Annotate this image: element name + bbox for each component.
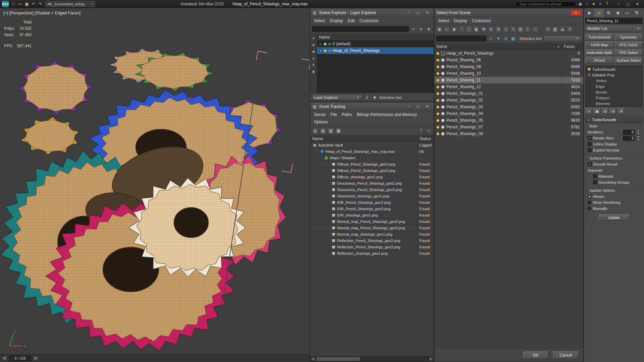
asset-row[interactable]: Reflection_shavings_geo1.pngFound [310,250,434,257]
visibility-bulb-icon[interactable] [436,59,439,62]
select-object-icon[interactable]: ◉ [436,26,443,33]
refresh-icon[interactable]: ↻ [425,127,432,134]
clear-search-icon[interactable]: ✕ [487,35,494,42]
visibility-bulb-icon[interactable] [436,79,439,82]
stack-item-editable-poly[interactable]: ⊟ Editable Poly [586,72,642,78]
asset-horizontal-scrollbar[interactable]: ◀ ▶ [310,356,434,362]
stack-subobject-polygon[interactable]: Polygon [586,95,642,101]
stack-subobject-border[interactable]: Border [586,89,642,95]
layer-row[interactable]: ▸≣Heap_of_Pencil_Shavings [317,47,434,54]
display-geometry-icon[interactable]: ■ [311,42,316,47]
modifier-enable-bulb-icon[interactable] [588,68,591,71]
asset-row[interactable]: Normal_map_Pencil_Shavings_geo2.pngFound [310,219,434,225]
visibility-bulb-icon[interactable] [436,112,439,115]
exchange-icon[interactable]: ✕ [597,1,604,7]
menu-paths[interactable]: Paths [339,111,355,118]
scene-object-row[interactable]: Pencil_Shaving_096696 [434,63,583,70]
menu-customize[interactable]: Customize [470,17,493,24]
asset-row[interactable]: IOR_Pencil_Shavings_geo2.pngFound [310,199,434,206]
visibility-bulb-icon[interactable] [436,119,439,122]
pin-stack-icon[interactable]: ≡ [585,108,593,115]
grid-icon[interactable]: ▦ [510,35,517,42]
spinner-down-icon[interactable]: ▼ [636,138,640,141]
previous-frame-button[interactable]: ◀ [1,356,7,361]
visibility-bulb-icon[interactable] [324,43,327,46]
undo-icon[interactable]: ↶ [30,1,37,7]
visibility-bulb-icon[interactable] [436,72,439,75]
radio-off[interactable] [588,201,591,204]
next-frame-button[interactable]: ▶ [33,356,39,361]
render-iters-spinner[interactable] [623,136,635,141]
radio-off[interactable] [588,207,591,210]
scene-explorer-titlebar[interactable]: ▦ Scene Explorer - Layer Explorer ─▢✕ [310,8,434,17]
materials-checkbox[interactable] [593,174,597,178]
motion-tab[interactable]: ◉ [613,9,622,16]
modifier-button-symmetry[interactable]: Symmetry [614,34,643,41]
scroll-left-icon[interactable]: ◀ [310,356,316,362]
asset-row[interactable]: Autodesk VaultLogged [310,142,434,148]
asset-tracking-titlebar[interactable]: ▤ Asset Tracking ─▢✕ [310,102,434,111]
find-input[interactable] [436,36,486,42]
layer-row[interactable]: ▸≣0 (default) [317,41,434,47]
asset-row[interactable]: Maps / Shaders [310,155,434,161]
stack-subobject-vertex[interactable]: Vertex [586,78,642,83]
visibility-bulb-icon[interactable] [436,85,439,88]
select-containers-icon[interactable]: ▤ [517,26,524,33]
menu-server[interactable]: Server [312,111,328,118]
visibility-bulb-icon[interactable] [436,52,439,55]
layers-icon[interactable]: ≣ [502,35,509,42]
asset-row[interactable]: Reflection_Pencil_Shavings_geo3.pngFound [310,244,434,250]
object-name-field[interactable] [585,18,643,24]
minimize-icon[interactable]: ─ [614,1,623,7]
modifier-list-dropdown[interactable]: Modifier List ▾ [585,25,643,32]
scene-explorer-search-input[interactable] [312,26,409,32]
max-logo-icon[interactable]: MAX [2,1,9,7]
explorer-mode-dropdown[interactable]: Layer Explorer▾ [312,95,362,101]
explicit-normals-checkbox[interactable] [588,148,592,152]
minimize-icon[interactable]: ─ [404,104,413,110]
display-tab[interactable]: ▭ [623,9,632,16]
select-spacewarps-icon[interactable]: ≋ [488,26,494,33]
menu-bitmap-performance-and-memory[interactable]: Bitmap Performance and Memory [354,111,419,118]
select-lights-icon[interactable]: ▽ [466,26,472,33]
close-icon[interactable]: ✕ [423,104,432,110]
ok-button[interactable]: OK [523,351,548,359]
columns-view-icon[interactable]: ▥ [552,26,558,33]
select-frozen-icon[interactable]: ◐ [525,26,531,33]
modifier-button-uvw-map[interactable]: UVW Map [585,41,614,48]
minimize-icon[interactable]: ─ [404,10,413,16]
select-shapes-icon[interactable]: ◠ [458,26,465,33]
asset-row[interactable]: Glossiness_Pencil_Shavings_geo2.pngFound [310,180,434,187]
layers-icon[interactable]: ≣ [364,94,370,101]
maximize-icon[interactable]: ▢ [414,10,422,16]
modifier-button-xform[interactable]: XForm [585,57,614,64]
asset-row[interactable]: Normal_map_Pencil_Shavings_geo3.pngFound [310,225,434,231]
redo-icon[interactable]: ↷ [37,1,44,7]
visibility-bulb-icon[interactable] [436,92,439,95]
list-view-icon[interactable]: ≡ [544,26,551,33]
asset-row[interactable]: Diffuse_Pencil_Shavings_geo2.pngFound [310,161,434,168]
stack-subobject-edge[interactable]: Edge [586,83,642,89]
smoothing-groups-checkbox[interactable] [593,180,597,184]
save-file-icon[interactable]: ▣ [23,1,30,7]
table-active-icon[interactable]: ▦ [335,127,342,134]
maximize-icon[interactable]: ▢ [623,1,633,7]
open-file-icon[interactable]: ▭ [17,1,23,7]
stack-item-turbosmooth[interactable]: TurboSmooth [586,66,642,72]
visibility-bulb-icon[interactable] [436,126,439,129]
spinner-up-icon[interactable]: ▲ [636,135,640,138]
columns-icon[interactable]: ▥ [327,127,334,134]
display-lights-icon[interactable]: ▲ [311,55,316,61]
configure-stack-icon[interactable]: ⚙ [618,108,625,115]
display-all-icon[interactable]: ● [311,35,316,41]
hierarchy-tab[interactable]: ⊞ [604,9,613,16]
display-cameras-icon[interactable]: ▼ [311,62,316,67]
modifier-button-ffd-2x2x2[interactable]: FFD 2x2x2 [614,41,643,48]
collapse-box-icon[interactable]: ⊟ [588,73,590,77]
name-column-header[interactable]: Name [317,34,434,41]
help-icon[interactable]: ? [604,1,610,7]
close-button[interactable]: ✕ [571,10,581,16]
community-icon[interactable]: ◉ [577,1,584,7]
create-tab[interactable]: ▶ [585,9,594,16]
scene-object-row[interactable]: Pencil_Shavings_038392 [434,104,583,110]
